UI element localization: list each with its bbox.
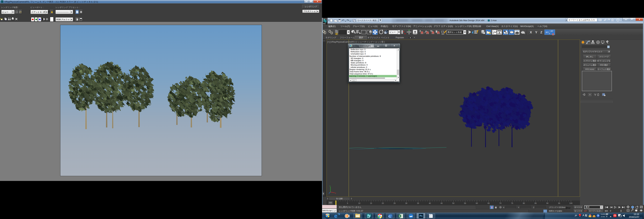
svg-text:10: 10 bbox=[358, 202, 360, 204]
svg-text:60: 60 bbox=[476, 202, 478, 204]
svg-text:XY: XY bbox=[546, 31, 549, 34]
svg-text:25: 25 bbox=[394, 202, 396, 204]
svg-text:%: % bbox=[430, 30, 432, 32]
svg-text:90: 90 bbox=[546, 202, 548, 204]
svg-text:ABC: ABC bbox=[442, 33, 444, 35]
svg-text:選択セット作成: 選択セット作成 bbox=[448, 31, 462, 33]
svg-text:X: X bbox=[399, 215, 400, 217]
svg-text:95: 95 bbox=[558, 202, 560, 204]
svg-text:5: 5 bbox=[347, 202, 348, 204]
svg-text:z: z bbox=[330, 185, 330, 187]
svg-text:40: 40 bbox=[429, 202, 431, 204]
svg-text:100: 100 bbox=[569, 202, 572, 204]
svg-text:?: ? bbox=[617, 19, 618, 21]
svg-text:X: X bbox=[530, 30, 532, 34]
svg-text:55: 55 bbox=[464, 202, 466, 204]
svg-text:65: 65 bbox=[488, 202, 490, 204]
svg-text:3: 3 bbox=[420, 30, 421, 32]
svg-text:75: 75 bbox=[511, 202, 513, 204]
svg-text:80: 80 bbox=[523, 202, 525, 204]
svg-text:Y: Y bbox=[535, 30, 537, 34]
svg-text:35: 35 bbox=[417, 202, 419, 204]
svg-text:x: x bbox=[335, 192, 336, 194]
svg-text:70: 70 bbox=[499, 202, 501, 204]
svg-text:ビュー: ビュー bbox=[390, 31, 396, 33]
svg-text:XY: XY bbox=[550, 30, 553, 32]
svg-text:45: 45 bbox=[440, 202, 442, 204]
svg-text:15: 15 bbox=[370, 202, 372, 204]
svg-text:{ }: { } bbox=[442, 30, 444, 33]
svg-text:85: 85 bbox=[535, 202, 537, 204]
svg-text:20: 20 bbox=[382, 202, 384, 204]
svg-text:30: 30 bbox=[405, 202, 407, 204]
svg-text:Z: Z bbox=[540, 30, 542, 34]
svg-text:e: e bbox=[334, 213, 338, 219]
svg-text:50: 50 bbox=[452, 202, 454, 204]
